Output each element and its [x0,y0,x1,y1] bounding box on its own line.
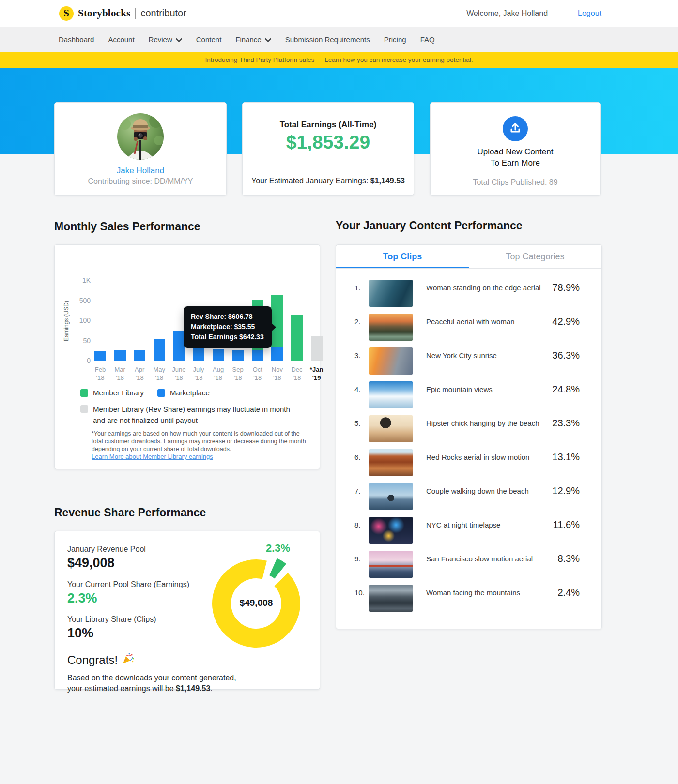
clip-title: Epic mountain views [426,381,544,393]
bar-marketplace[interactable] [252,350,263,361]
storyblocks-logo-icon: S [59,6,74,21]
bar-member-library[interactable] [271,295,283,347]
total-earnings-amount: $1,853.29 [243,132,414,153]
member-library-legend-label: Member Library [93,389,144,397]
top-bar: S Storyblocks contributor Welcome, Jake … [0,0,678,27]
upload-button[interactable] [503,116,528,141]
list-item[interactable]: 1. Woman standing on the edge aerial 78.… [336,280,601,314]
nav-item-account[interactable]: Account [108,35,134,44]
clip-title: San Francisco slow motion aerial [426,551,544,563]
list-item[interactable]: 4. Epic mountain views 24.8% [336,381,601,415]
brand[interactable]: S Storyblocks contributor [59,0,186,27]
earnings-footnote: *Your earnings are based on how much you… [92,430,308,453]
list-item[interactable]: 3. New York City sunrise 36.3% [336,347,601,381]
bar-marketplace[interactable] [94,351,106,361]
donut-share-slice[interactable] [269,558,286,578]
brand-name: Storyblocks [78,7,130,19]
bar-marketplace[interactable] [213,349,224,361]
nav-item-finance[interactable]: Finance [235,35,271,44]
estimated-earnings-amount: $1,149.53 [176,684,210,693]
clip-title: Woman standing on the edge aerial [426,280,544,292]
logout-link[interactable]: Logout [578,9,601,18]
clip-percentage: 11.6% [544,517,580,530]
congrats-heading: Congrats! [67,652,134,668]
top-clips-list: 1. Woman standing on the edge aerial 78.… [336,280,601,618]
chevron-down-icon [176,35,182,44]
tab-top-clips[interactable]: Top Clips [336,245,469,268]
total-earnings-title: Total Earnings (All-Time) [243,120,414,130]
monthly-sales-chart-card: Earnings (USD) 0501005001KFeb'18Mar'18Ap… [54,244,320,469]
nav-item-faq[interactable]: FAQ [420,35,435,44]
clip-thumbnail[interactable] [369,483,413,510]
clip-percentage: 78.9% [544,280,580,293]
clip-thumbnail[interactable] [369,585,413,612]
clip-thumbnail[interactable] [369,517,413,544]
bar-marketplace[interactable] [232,350,244,361]
bar-marketplace[interactable] [193,348,204,361]
list-item[interactable]: 10. Woman facing the mountains 2.4% [336,585,601,618]
clip-title: Couple walking down the beach [426,483,544,495]
upload-label[interactable]: Upload New ContentTo Earn More [431,146,600,168]
clip-thumbnail[interactable] [369,415,413,442]
clip-percentage: 24.8% [544,381,580,395]
member-library-swatch [80,389,88,397]
clip-rank: 4. [354,381,369,393]
clip-rank: 10. [354,585,369,597]
bar-marketplace[interactable] [173,331,185,361]
profile-card: Jake Holland Contributing since: DD/MM/Y… [54,102,227,196]
upload-icon [509,121,522,136]
tab-top-categories[interactable]: Top Categories [469,245,601,268]
performance-tabs: Top Clips Top Categories [336,245,601,269]
storyblocks-contributor-dashboard: S Storyblocks contributor Welcome, Jake … [0,0,678,784]
bar-pending-rev-share[interactable] [311,336,323,361]
clip-title: Peaceful aerial with woman [426,314,544,326]
clip-rank: 6. [354,449,369,461]
clip-thumbnail[interactable] [369,551,413,578]
x-axis-month-label: *Jan [305,366,328,373]
clip-thumbnail[interactable] [369,449,413,476]
y-axis-tick: 500 [64,297,91,304]
list-item[interactable]: 2. Peaceful aerial with woman 42.9% [336,314,601,347]
donut-center-label: $49,008 [203,598,309,608]
list-item[interactable]: 8. NYC at night timelapse 11.6% [336,517,601,551]
nav-item-pricing[interactable]: Pricing [384,35,406,44]
clip-rank: 2. [354,314,369,326]
list-item[interactable]: 5. Hipster chick hanging by the beach 23… [336,415,601,449]
bar-marketplace[interactable] [271,347,283,361]
clip-rank: 7. [354,483,369,495]
bar-marketplace[interactable] [134,350,145,361]
bar-member-library[interactable] [291,315,303,361]
clip-title: Hipster chick hanging by the beach [426,415,544,427]
brand-subtitle: contributor [140,8,186,19]
bar-marketplace[interactable] [154,339,165,361]
member-library-earnings-link[interactable]: Learn More about Member Library earnings [92,453,213,460]
bar-marketplace[interactable] [114,350,126,361]
pending-swatch [80,405,88,413]
clip-percentage: 12.9% [544,483,580,497]
pool-share-value: 2.3% [67,591,97,606]
clip-thumbnail[interactable] [369,280,413,307]
estimated-earnings-text: Your Estimated January Earnings: $1,149.… [243,177,414,185]
clip-thumbnail[interactable] [369,381,413,408]
y-axis-tick: 1K [64,276,91,284]
nav-item-dashboard[interactable]: Dashboard [59,35,94,44]
upload-card: Upload New ContentTo Earn More Total Cli… [430,102,601,196]
nav-item-content[interactable]: Content [196,35,222,44]
total-earnings-card: Total Earnings (All-Time) $1,853.29 Your… [242,102,414,196]
congrats-body: Based on the downloads your content gene… [67,673,236,694]
list-item[interactable]: 6. Red Rocks aerial in slow motion 13.1% [336,449,601,483]
clip-rank: 9. [354,551,369,563]
clip-rank: 3. [354,347,369,360]
clip-thumbnail[interactable] [369,314,413,341]
profile-name-link[interactable]: Jake Holland [55,166,226,176]
chart-legend: Member Library Marketplace [80,389,210,397]
clip-thumbnail[interactable] [369,347,413,375]
clip-title: NYC at night timelapse [426,517,544,529]
clip-percentage: 42.9% [544,314,580,327]
list-item[interactable]: 9. San Francisco slow motion aerial 8.3% [336,551,601,585]
list-item[interactable]: 7. Couple walking down the beach 12.9% [336,483,601,517]
nav-item-submission-requirements[interactable]: Submission Requirements [285,35,370,44]
avatar[interactable] [117,113,164,160]
nav-item-review[interactable]: Review [149,35,182,44]
announcement-banner[interactable]: Introducing Third Party Platform sales —… [0,52,678,68]
